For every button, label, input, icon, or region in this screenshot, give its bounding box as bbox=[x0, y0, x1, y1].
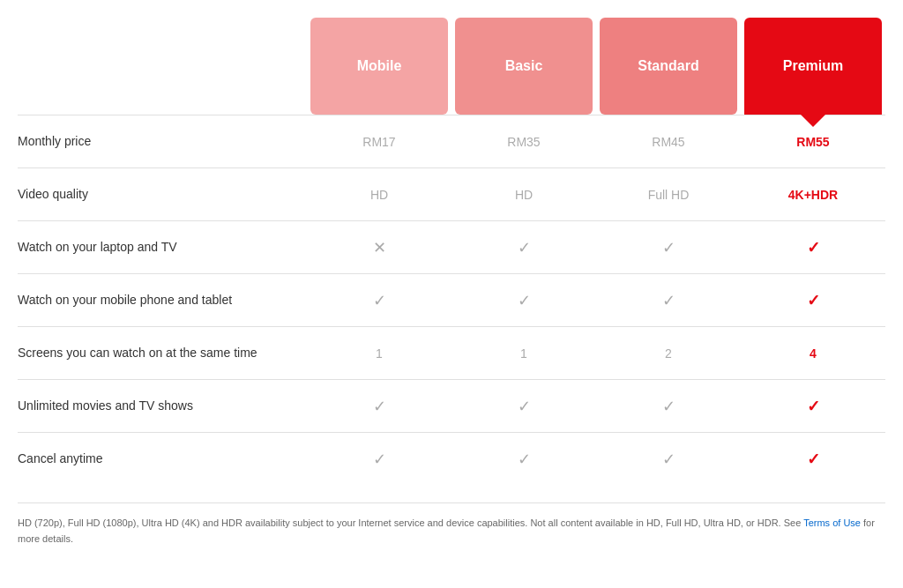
feature-value-1-0: HD bbox=[307, 188, 452, 202]
pricing-table: MobileBasicStandardPremium Monthly price… bbox=[18, 18, 885, 547]
feature-value-1-1: HD bbox=[452, 188, 596, 202]
footer-note: HD (720p), Full HD (1080p), Ultra HD (4K… bbox=[18, 502, 885, 547]
feature-value-1-2: Full HD bbox=[596, 188, 741, 202]
feature-label: Watch on your mobile phone and tablet bbox=[18, 292, 307, 309]
feature-value-5-0: ✓ bbox=[307, 397, 452, 416]
feature-value-4-3: 4 bbox=[741, 346, 885, 361]
feature-value-0-1: RM35 bbox=[452, 135, 596, 149]
feature-value-2-0: ✕ bbox=[307, 238, 452, 257]
plan-card-standard: Standard bbox=[600, 18, 737, 115]
check-icon: ✓ bbox=[373, 450, 386, 469]
check-icon: ✓ bbox=[518, 397, 531, 416]
plan-card-mobile: Mobile bbox=[310, 18, 448, 115]
feature-value-0-3: RM55 bbox=[741, 135, 885, 149]
terms-of-use-link[interactable]: Terms of Use bbox=[803, 517, 861, 528]
feature-label: Monthly price bbox=[18, 133, 307, 151]
feature-value-2-3: ✓ bbox=[741, 238, 885, 257]
feature-label: Video quality bbox=[18, 186, 307, 204]
feature-label: Watch on your laptop and TV bbox=[18, 239, 307, 257]
feature-row-5: Unlimited movies and TV shows✓✓✓✓ bbox=[18, 379, 885, 432]
feature-value-2-2: ✓ bbox=[596, 238, 741, 257]
feature-row-1: Video qualityHDHDFull HD4K+HDR bbox=[18, 167, 885, 220]
feature-value-4-1: 1 bbox=[452, 346, 596, 361]
feature-label: Unlimited movies and TV shows bbox=[18, 398, 307, 415]
check-icon: ✓ bbox=[662, 450, 675, 469]
feature-value-5-1: ✓ bbox=[452, 397, 596, 416]
feature-row-3: Watch on your mobile phone and tablet✓✓✓… bbox=[18, 273, 885, 326]
feature-value-2-1: ✓ bbox=[452, 238, 596, 257]
feature-value-4-0: 1 bbox=[307, 346, 452, 361]
check-icon: ✓ bbox=[662, 238, 675, 257]
feature-label: Screens you can watch on at the same tim… bbox=[18, 345, 307, 362]
feature-value-5-2: ✓ bbox=[596, 397, 741, 416]
feature-value-3-3: ✓ bbox=[741, 291, 885, 310]
check-icon: ✓ bbox=[373, 397, 386, 416]
plans-header: MobileBasicStandardPremium bbox=[18, 18, 885, 115]
check-icon: ✓ bbox=[662, 397, 675, 416]
feature-value-5-3: ✓ bbox=[741, 397, 885, 416]
feature-row-6: Cancel anytime✓✓✓✓ bbox=[18, 432, 885, 485]
check-premium-icon: ✓ bbox=[807, 238, 820, 257]
feature-value-6-0: ✓ bbox=[307, 450, 452, 469]
feature-value-6-2: ✓ bbox=[596, 450, 741, 469]
feature-value-4-2: 2 bbox=[596, 346, 741, 361]
feature-value-3-1: ✓ bbox=[452, 291, 596, 310]
check-premium-icon: ✓ bbox=[807, 291, 820, 310]
feature-row-4: Screens you can watch on at the same tim… bbox=[18, 326, 885, 379]
check-premium-icon: ✓ bbox=[807, 450, 820, 469]
feature-row-2: Watch on your laptop and TV✕✓✓✓ bbox=[18, 220, 885, 273]
feature-value-1-3: 4K+HDR bbox=[741, 188, 885, 202]
cross-icon: ✕ bbox=[373, 238, 386, 257]
feature-row-0: Monthly priceRM17RM35RM45RM55 bbox=[18, 115, 885, 167]
plan-card-premium: Premium bbox=[744, 18, 882, 115]
check-icon: ✓ bbox=[518, 238, 531, 257]
check-icon: ✓ bbox=[373, 291, 386, 310]
plan-card-basic: Basic bbox=[455, 18, 593, 115]
check-premium-icon: ✓ bbox=[807, 397, 820, 416]
feature-value-6-1: ✓ bbox=[452, 450, 596, 469]
feature-value-6-3: ✓ bbox=[741, 450, 885, 469]
header-empty-col bbox=[18, 18, 307, 115]
feature-value-0-0: RM17 bbox=[307, 135, 452, 149]
feature-value-0-2: RM45 bbox=[596, 135, 741, 149]
feature-value-3-0: ✓ bbox=[307, 291, 452, 310]
check-icon: ✓ bbox=[518, 450, 531, 469]
feature-label: Cancel anytime bbox=[18, 450, 307, 468]
check-icon: ✓ bbox=[518, 291, 531, 310]
check-icon: ✓ bbox=[662, 291, 675, 310]
feature-value-3-2: ✓ bbox=[596, 291, 741, 310]
